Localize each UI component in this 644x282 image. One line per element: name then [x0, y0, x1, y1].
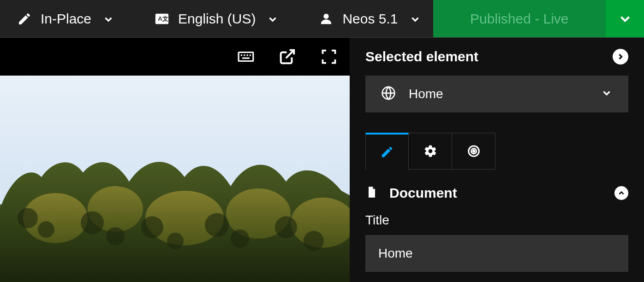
node-type-info: Home	[381, 86, 443, 102]
svg-line-10	[286, 50, 294, 58]
chevron-down-icon	[617, 11, 633, 27]
language-label: English (US)	[178, 11, 256, 27]
node-type-name: Home	[409, 87, 443, 101]
svg-rect-7	[247, 54, 248, 56]
svg-point-20	[106, 227, 125, 246]
preview-trees	[0, 150, 350, 282]
user-icon	[318, 11, 334, 27]
fullscreen-icon	[321, 48, 337, 65]
chevron-down-icon	[102, 13, 113, 24]
publish-label: Published - Live	[470, 11, 568, 27]
svg-rect-9	[242, 58, 250, 59]
title-field-input[interactable]	[365, 235, 628, 272]
preview-frame[interactable]	[0, 76, 350, 282]
globe-icon	[381, 86, 396, 102]
publish-dropdown-button[interactable]	[606, 0, 644, 37]
chevron-up-icon	[617, 189, 626, 197]
target-icon	[467, 144, 481, 158]
svg-point-22	[167, 233, 184, 249]
document-icon	[365, 185, 378, 201]
keyboard-shortcuts-button[interactable]	[237, 48, 255, 65]
content-area	[0, 38, 350, 282]
svg-text:A: A	[158, 15, 162, 22]
inspector-header: Selected element	[365, 38, 628, 76]
top-toolbar: In-Place A文 English (US) Neos 5.1 Publis…	[0, 0, 644, 38]
tab-edit[interactable]	[365, 133, 409, 170]
svg-rect-4	[239, 53, 253, 61]
svg-point-18	[38, 222, 54, 238]
svg-point-25	[275, 217, 297, 238]
svg-rect-8	[250, 54, 251, 56]
language-selector[interactable]: A文 English (US)	[126, 0, 291, 37]
pencil-icon	[380, 145, 394, 159]
pencil-icon	[17, 11, 32, 27]
gear-icon	[423, 144, 437, 158]
inspector-collapse-button[interactable]	[613, 49, 628, 65]
inspector-title: Selected element	[365, 49, 478, 65]
tab-seo[interactable]	[452, 133, 495, 170]
user-label: Neos 5.1	[342, 11, 398, 27]
chevron-right-icon	[616, 52, 625, 61]
external-link-icon	[279, 48, 296, 65]
chevron-down-icon	[267, 13, 278, 24]
svg-point-24	[231, 229, 249, 248]
svg-rect-5	[241, 54, 242, 56]
svg-point-26	[304, 231, 324, 251]
inspector-tabs	[350, 133, 628, 170]
edit-mode-label: In-Place	[41, 11, 91, 27]
chevron-down-icon	[601, 87, 613, 101]
open-external-button[interactable]	[279, 48, 296, 65]
chevron-down-icon	[409, 13, 420, 24]
content-toolbar	[0, 38, 350, 76]
edit-mode-selector[interactable]: In-Place	[0, 0, 126, 37]
keyboard-icon	[237, 47, 255, 66]
fullscreen-button[interactable]	[320, 48, 338, 65]
inspector-panel: Selected element Home	[350, 38, 644, 282]
svg-point-31	[473, 150, 475, 152]
language-icon: A文	[154, 11, 170, 27]
user-selector[interactable]: Neos 5.1	[291, 0, 433, 37]
title-field-label: Title	[365, 213, 628, 228]
svg-point-23	[205, 213, 229, 237]
workspace-body: Selected element Home	[0, 38, 644, 282]
svg-point-21	[141, 217, 163, 238]
section-collapse-button[interactable]	[614, 186, 628, 200]
svg-point-17	[18, 208, 38, 229]
svg-point-19	[81, 212, 104, 234]
svg-rect-6	[244, 54, 245, 56]
publish-button[interactable]: Published - Live	[433, 0, 606, 37]
tab-settings[interactable]	[409, 133, 452, 170]
svg-text:文: 文	[162, 15, 168, 22]
section-title: Document	[389, 185, 457, 201]
section-header-document[interactable]: Document	[365, 185, 628, 201]
svg-point-3	[324, 13, 329, 18]
node-type-selector[interactable]: Home	[365, 76, 628, 112]
